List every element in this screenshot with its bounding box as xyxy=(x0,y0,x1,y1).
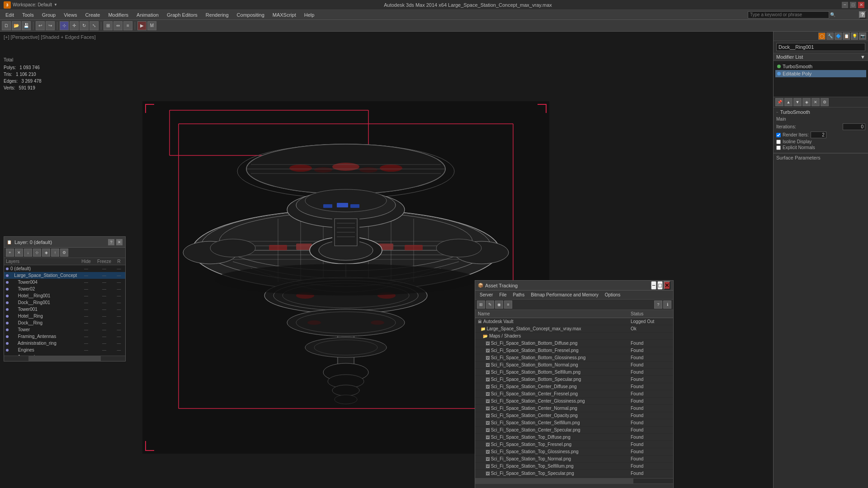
snap-btn[interactable]: ⊞ xyxy=(104,21,113,30)
layer-delete-btn[interactable]: ✕ xyxy=(15,249,23,257)
asset-table-row[interactable]: 🖼Sci_Fi_Space_Station_Bottom_Normal.png … xyxy=(475,361,673,369)
layer-settings-btn[interactable]: ⚙ xyxy=(60,249,68,257)
asset-table-row[interactable]: 🖼Sci_Fi_Space_Station_Top_Selfillum.png … xyxy=(475,463,673,470)
layer-item[interactable]: Tower — — — xyxy=(4,326,125,333)
layer-item[interactable]: Tower004 — — — xyxy=(4,279,125,286)
pin-stack-btn[interactable]: 📌 xyxy=(775,98,783,106)
asset-table-row[interactable]: 🖼Sci_Fi_Space_Station_Center_Glossiness.… xyxy=(475,398,673,405)
layer-item[interactable]: Dock__Ring001 — — — xyxy=(4,299,125,306)
asset-table-row[interactable]: 🖼Sci_Fi_Space_Station_Center_Normal.png … xyxy=(475,405,673,412)
menu-item-maxscript[interactable]: MAXScript xyxy=(269,11,300,19)
asset-table-row[interactable]: 🖼Sci_Fi_Space_Station_Top_Glossiness.png… xyxy=(475,448,673,455)
viewport-area[interactable]: [+] [Perspective] [Shaded + Edged Faces]… xyxy=(0,32,773,488)
layer-item[interactable]: Framing_Antennas — — — xyxy=(4,333,125,340)
restore-button[interactable]: □ xyxy=(850,2,856,8)
asset-table-row[interactable]: 🖼Sci_Fi_Space_Station_Top_Specular.png F… xyxy=(475,470,673,477)
asset-close-btn[interactable]: ✕ xyxy=(664,281,670,290)
layer-move-btn[interactable]: ↑ xyxy=(51,249,59,257)
save-btn[interactable]: 💾 xyxy=(22,21,31,30)
asset-table-row[interactable]: 🖼Sci_Fi_Space_Station_Center_Opacity.png… xyxy=(475,412,673,419)
menu-item-modifiers[interactable]: Modifiers xyxy=(104,11,132,19)
layer-panel-help[interactable]: ? xyxy=(108,239,114,245)
explicit-normals-checkbox[interactable] xyxy=(776,145,781,150)
layer-highlight-btn[interactable]: ◈ xyxy=(42,249,50,257)
asset-table-row[interactable]: 🖼Sci_Fi_Space_Station_Top_Diffuse.png Fo… xyxy=(475,434,673,441)
asset-table-row[interactable]: 📁Large_Space_Station_Concept_max_vray.ma… xyxy=(475,325,673,333)
asset-info-btn[interactable]: ℹ xyxy=(663,300,671,309)
asset-menu-server[interactable]: Server xyxy=(477,292,495,298)
layer-item[interactable]: Hotel__Ring001 — — — xyxy=(4,292,125,299)
layer-scrollbar[interactable] xyxy=(4,356,125,361)
object-name-input[interactable] xyxy=(776,43,865,51)
panel-icon-4[interactable]: 📋 xyxy=(843,33,850,40)
panel-icon-5[interactable]: 💡 xyxy=(851,33,858,40)
panel-icon-1[interactable]: ◯ xyxy=(818,33,826,40)
undo-btn[interactable]: ↩ xyxy=(36,21,45,30)
panel-icon-6[interactable]: 📷 xyxy=(859,33,866,40)
asset-col-name[interactable]: Name xyxy=(475,310,628,318)
mirror-btn[interactable]: ⇔ xyxy=(113,21,123,30)
search-input[interactable] xyxy=(748,11,829,19)
layer-item[interactable]: Large_Space_Station_Concept — — — xyxy=(4,272,125,279)
asset-table-row[interactable]: 🖼Sci_Fi_Space_Station_Top_Normal.png Fou… xyxy=(475,455,673,463)
menu-help-icon[interactable]: ? xyxy=(859,11,866,19)
asset-menu-bitmap[interactable]: Bitmap Performance and Memory xyxy=(528,292,601,298)
asset-table-row[interactable]: 🖼Sci_Fi_Space_Station_Center_Specular.pn… xyxy=(475,427,673,434)
asset-btn-1[interactable]: ⊞ xyxy=(477,300,485,309)
turbosmooth-header[interactable]: − TurboSmooth xyxy=(776,109,865,115)
asset-menu-paths[interactable]: Paths xyxy=(510,292,528,298)
render-iters-input[interactable] xyxy=(811,131,826,138)
layer-item[interactable]: Dock__Ring — — — xyxy=(4,319,125,326)
menu-item-graph-editors[interactable]: Graph Editors xyxy=(163,11,201,19)
asset-table-row[interactable]: 🖼Sci_Fi_Space_Station_Bottom_Selfillum.p… xyxy=(475,369,673,376)
iterations-input[interactable] xyxy=(843,123,865,130)
stack-down-btn[interactable]: ▼ xyxy=(793,98,802,106)
configure-btn[interactable]: ⚙ xyxy=(821,98,829,106)
asset-table-container[interactable]: Name Status 🏛Autodesk Vault Logged Out 📁… xyxy=(475,310,673,478)
move-btn[interactable]: ✛ xyxy=(70,21,79,30)
layer-item[interactable]: Engines — — — xyxy=(4,347,125,353)
material-editor-btn[interactable]: M xyxy=(147,21,156,30)
redo-btn[interactable]: ↪ xyxy=(46,21,55,30)
layer-item[interactable]: Tower001 — — — xyxy=(4,306,125,313)
asset-table-row[interactable]: 🏛Autodesk Vault Logged Out xyxy=(475,318,673,325)
asset-table-row[interactable]: 🖼Sci_Fi_Space_Station_Center_Selfillum.p… xyxy=(475,419,673,427)
close-button[interactable]: ✕ xyxy=(858,2,864,8)
asset-table-row[interactable]: 🖼Sci_Fi_Space_Station_Wires_Diffuse.png … xyxy=(475,477,673,479)
panel-icon-3[interactable]: 🔷 xyxy=(835,33,842,40)
asset-btn-2[interactable]: ✎ xyxy=(486,300,494,309)
menu-item-tools[interactable]: Tools xyxy=(19,11,38,19)
layer-item[interactable]: Hotel__Ring — — — xyxy=(4,313,125,319)
asset-table-row[interactable]: 🖼Sci_Fi_Space_Station_Bottom_Fresnel.png… xyxy=(475,347,673,354)
asset-help-btn[interactable]: ? xyxy=(654,300,662,309)
layer-item[interactable]: Tower02 — — — xyxy=(4,286,125,292)
asset-table-row[interactable]: 🖼Sci_Fi_Space_Station_Bottom_Specular.pn… xyxy=(475,376,673,383)
asset-table-row[interactable]: 🖼Sci_Fi_Space_Station_Center_Fresnel.png… xyxy=(475,390,673,398)
scale-btn[interactable]: ⤡ xyxy=(90,21,99,30)
layer-select-btn[interactable]: ⊹ xyxy=(33,249,41,257)
asset-table-row[interactable]: 🖼Sci_Fi_Space_Station_Bottom_Diffuse.png… xyxy=(475,340,673,347)
isoline-checkbox[interactable] xyxy=(776,140,781,144)
layer-item[interactable]: Aeroport — — — xyxy=(4,353,125,356)
asset-col-status[interactable]: Status xyxy=(628,310,673,318)
make-unique-btn[interactable]: ◈ xyxy=(802,98,811,106)
surface-parameters-section[interactable]: Surface Parameters xyxy=(774,153,868,162)
modifier-item-editablepoly[interactable]: Editable Poly xyxy=(775,70,866,77)
layer-new-btn[interactable]: + xyxy=(6,249,14,257)
menu-item-compositing[interactable]: Compositing xyxy=(233,11,268,19)
layer-panel-close[interactable]: ✕ xyxy=(116,239,123,245)
asset-restore-btn[interactable]: □ xyxy=(657,281,663,290)
modifier-item-turbosmooth[interactable]: TurboSmooth xyxy=(775,63,866,70)
menu-item-group[interactable]: Group xyxy=(38,11,60,19)
minimize-button[interactable]: − xyxy=(842,2,848,8)
asset-menu-options[interactable]: Options xyxy=(602,292,623,298)
panel-icon-2[interactable]: 🔧 xyxy=(826,33,834,40)
workspace-dropdown[interactable]: ▼ xyxy=(54,3,57,7)
asset-min-btn[interactable]: − xyxy=(651,281,656,290)
open-btn[interactable]: 📂 xyxy=(12,21,21,30)
layer-item[interactable]: 0 (default) — — — xyxy=(4,265,125,272)
new-file-btn[interactable]: 🗋 xyxy=(2,21,11,30)
menu-item-help[interactable]: Help xyxy=(301,11,318,19)
rotate-btn[interactable]: ↻ xyxy=(80,21,89,30)
menu-item-edit[interactable]: Edit xyxy=(2,11,18,19)
